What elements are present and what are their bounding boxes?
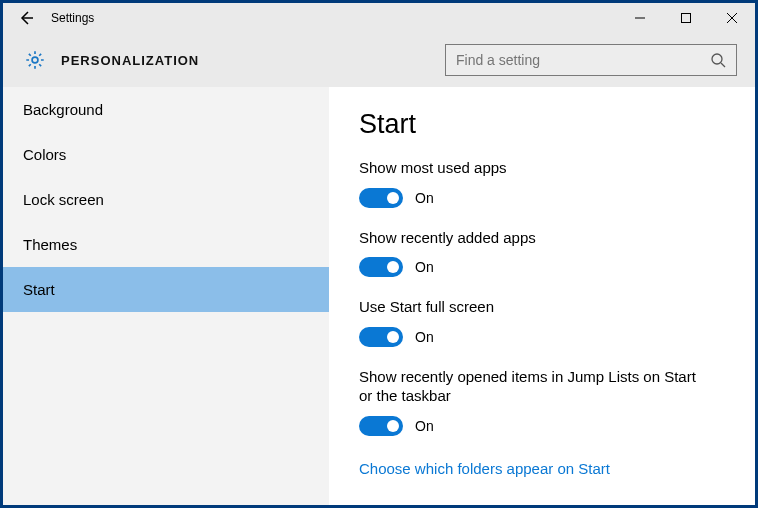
setting-jump-lists: Show recently opened items in Jump Lists… [359, 367, 725, 436]
setting-label: Show most used apps [359, 158, 709, 178]
back-button[interactable] [11, 3, 41, 33]
sidebar-item-lock-screen[interactable]: Lock screen [3, 177, 329, 222]
maximize-icon [681, 13, 691, 23]
sidebar: Background Colors Lock screen Themes Sta… [3, 87, 329, 505]
page-title: Start [359, 109, 725, 140]
toggle-row: On [359, 327, 725, 347]
window-controls [617, 3, 755, 33]
toggle-row: On [359, 188, 725, 208]
close-button[interactable] [709, 3, 755, 33]
sidebar-item-start[interactable]: Start [3, 267, 329, 312]
section-title: PERSONALIZATION [61, 53, 199, 68]
back-arrow-icon [18, 10, 34, 26]
toggle-state: On [415, 190, 434, 206]
toggle-jump-lists[interactable] [359, 416, 403, 436]
toggle-use-start-full-screen[interactable] [359, 327, 403, 347]
search-box[interactable] [445, 44, 737, 76]
setting-label: Use Start full screen [359, 297, 709, 317]
toggle-row: On [359, 257, 725, 277]
toggle-state: On [415, 329, 434, 345]
choose-folders-link[interactable]: Choose which folders appear on Start [359, 460, 610, 477]
setting-label: Show recently opened items in Jump Lists… [359, 367, 709, 406]
svg-point-1 [32, 57, 38, 63]
setting-show-most-used: Show most used apps On [359, 158, 725, 208]
toggle-show-most-used[interactable] [359, 188, 403, 208]
maximize-button[interactable] [663, 3, 709, 33]
window-title: Settings [51, 11, 94, 25]
svg-point-2 [712, 54, 722, 64]
minimize-icon [635, 13, 645, 23]
content: Start Show most used apps On Show recent… [329, 87, 755, 505]
sidebar-item-background[interactable]: Background [3, 87, 329, 132]
toggle-state: On [415, 418, 434, 434]
svg-rect-0 [682, 14, 691, 23]
body: Background Colors Lock screen Themes Sta… [3, 87, 755, 505]
sidebar-item-colors[interactable]: Colors [3, 132, 329, 177]
settings-window: Settings PERSONALIZATION Background Colo… [3, 3, 755, 505]
minimize-button[interactable] [617, 3, 663, 33]
search-input[interactable] [456, 52, 710, 68]
toggle-row: On [359, 416, 725, 436]
sidebar-item-themes[interactable]: Themes [3, 222, 329, 267]
search-icon [710, 52, 726, 68]
header: PERSONALIZATION [3, 33, 755, 87]
toggle-show-recently-added[interactable] [359, 257, 403, 277]
setting-use-start-full-screen: Use Start full screen On [359, 297, 725, 347]
close-icon [727, 13, 737, 23]
setting-label: Show recently added apps [359, 228, 709, 248]
toggle-state: On [415, 259, 434, 275]
titlebar: Settings [3, 3, 755, 33]
gear-icon [21, 46, 49, 74]
setting-show-recently-added: Show recently added apps On [359, 228, 725, 278]
